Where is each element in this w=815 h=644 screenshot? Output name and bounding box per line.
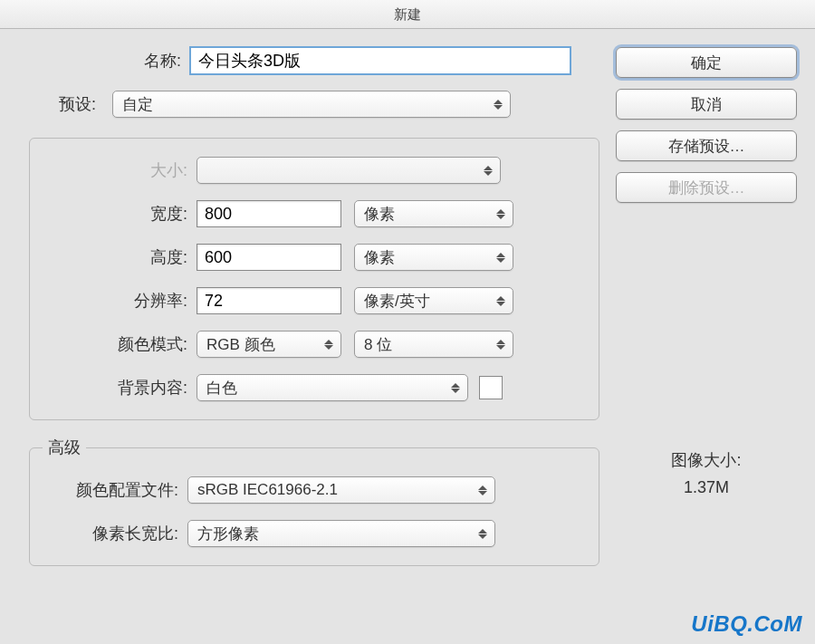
updown-icon bbox=[494, 249, 507, 265]
updown-icon bbox=[494, 336, 507, 352]
image-size-label: 图像大小: bbox=[616, 449, 797, 471]
preset-label: 预设: bbox=[18, 93, 105, 115]
resolution-unit-value: 像素/英寸 bbox=[364, 291, 430, 312]
save-preset-button[interactable]: 存储预设… bbox=[616, 130, 797, 161]
preset-row: 预设: 自定 bbox=[18, 91, 599, 118]
updown-icon bbox=[322, 336, 335, 352]
preset-group: 大小: 宽度: 像素 高度: 像素 bbox=[29, 138, 599, 420]
size-row: 大小: bbox=[43, 157, 586, 184]
color-mode-select[interactable]: RGB 颜色 bbox=[197, 331, 341, 358]
size-label: 大小: bbox=[43, 159, 197, 181]
resolution-label: 分辨率: bbox=[43, 290, 197, 312]
aspect-label: 像素长宽比: bbox=[43, 523, 187, 544]
resolution-unit-select[interactable]: 像素/英寸 bbox=[354, 287, 513, 314]
profile-row: 颜色配置文件: sRGB IEC61966-2.1 bbox=[43, 476, 586, 504]
updown-icon bbox=[476, 525, 489, 542]
advanced-legend: 高级 bbox=[43, 437, 86, 458]
left-panel: 名称: 预设: 自定 大小: 宽度: 像素 bbox=[18, 47, 599, 566]
preset-select[interactable]: 自定 bbox=[112, 91, 511, 118]
bg-select[interactable]: 白色 bbox=[197, 374, 468, 401]
delete-preset-button: 删除预设… bbox=[616, 172, 797, 203]
image-size-info: 图像大小: 1.37M bbox=[616, 449, 797, 497]
titlebar: 新建 bbox=[0, 0, 815, 29]
updown-icon bbox=[492, 96, 504, 112]
image-size-value: 1.37M bbox=[616, 478, 797, 497]
watermark: UiBQ.CoM bbox=[691, 611, 802, 637]
pixel-aspect-value: 方形像素 bbox=[197, 524, 259, 544]
bit-depth-value: 8 位 bbox=[364, 334, 392, 355]
updown-icon bbox=[494, 206, 507, 222]
color-profile-value: sRGB IEC61966-2.1 bbox=[197, 481, 338, 499]
cancel-button[interactable]: 取消 bbox=[616, 89, 797, 120]
resolution-input[interactable] bbox=[197, 287, 341, 314]
dialog-content: 名称: 预设: 自定 大小: 宽度: 像素 bbox=[0, 29, 815, 566]
name-row: 名称: bbox=[18, 47, 599, 74]
width-unit-value: 像素 bbox=[364, 204, 395, 225]
size-select bbox=[197, 157, 501, 184]
height-row: 高度: 像素 bbox=[43, 244, 586, 271]
width-unit-select[interactable]: 像素 bbox=[354, 200, 513, 227]
pixel-aspect-select[interactable]: 方形像素 bbox=[187, 520, 495, 547]
height-unit-value: 像素 bbox=[364, 247, 395, 268]
width-row: 宽度: 像素 bbox=[43, 200, 586, 227]
height-label: 高度: bbox=[43, 246, 197, 268]
updown-icon bbox=[494, 293, 507, 309]
updown-icon bbox=[482, 162, 494, 178]
updown-icon bbox=[476, 482, 489, 498]
resolution-row: 分辨率: 像素/英寸 bbox=[43, 287, 586, 314]
advanced-group: 高级 颜色配置文件: sRGB IEC61966-2.1 像素长宽比: 方形像素 bbox=[29, 437, 599, 566]
color-profile-select[interactable]: sRGB IEC61966-2.1 bbox=[187, 476, 495, 504]
right-panel: 确定 取消 存储预设… 删除预设… 图像大小: 1.37M bbox=[616, 47, 797, 566]
height-unit-select[interactable]: 像素 bbox=[354, 244, 513, 271]
preset-value: 自定 bbox=[122, 94, 153, 115]
bit-depth-select[interactable]: 8 位 bbox=[354, 331, 513, 358]
ok-button[interactable]: 确定 bbox=[616, 47, 797, 78]
profile-label: 颜色配置文件: bbox=[43, 479, 187, 501]
aspect-row: 像素长宽比: 方形像素 bbox=[43, 520, 586, 547]
height-input[interactable] bbox=[197, 244, 341, 271]
updown-icon bbox=[449, 380, 462, 396]
bg-color-swatch[interactable] bbox=[479, 376, 503, 399]
name-label: 名称: bbox=[18, 50, 190, 72]
bg-row: 背景内容: 白色 bbox=[43, 374, 586, 401]
bg-label: 背景内容: bbox=[43, 377, 197, 399]
color-mode-row: 颜色模式: RGB 颜色 8 位 bbox=[43, 331, 586, 358]
bg-value: 白色 bbox=[206, 378, 237, 399]
color-mode-value: RGB 颜色 bbox=[206, 334, 275, 355]
width-input[interactable] bbox=[197, 200, 341, 227]
width-label: 宽度: bbox=[43, 203, 197, 225]
name-input[interactable] bbox=[190, 47, 570, 74]
color-mode-label: 颜色模式: bbox=[43, 333, 197, 355]
